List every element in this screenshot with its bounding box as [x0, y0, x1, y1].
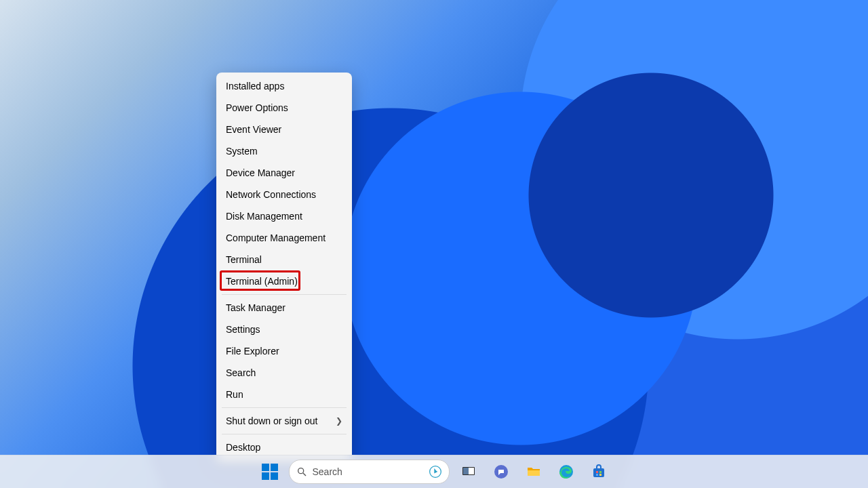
svg-rect-5 — [463, 468, 469, 474]
taskbar-file-explorer[interactable] — [520, 458, 547, 485]
taskbar-task-view[interactable] — [455, 458, 482, 485]
svg-rect-11 — [596, 474, 598, 476]
search-icon — [296, 466, 307, 477]
menu-run[interactable]: Run — [216, 384, 352, 405]
annotation-highlight-box — [220, 270, 300, 291]
menu-item-label: Installed apps — [226, 80, 284, 92]
svg-rect-10 — [599, 471, 601, 473]
taskbar-search[interactable]: Search — [289, 460, 450, 484]
winx-context-menu: Installed apps Power Options Event Viewe… — [216, 73, 352, 461]
svg-point-0 — [298, 468, 303, 474]
windows-logo-icon — [262, 464, 278, 480]
menu-system[interactable]: System — [216, 140, 352, 162]
taskbar-edge[interactable] — [553, 458, 580, 485]
menu-item-label: Run — [226, 388, 243, 401]
edge-icon — [558, 464, 574, 480]
bing-icon — [429, 465, 442, 479]
menu-separator — [222, 407, 347, 408]
menu-shutdown-signout[interactable]: Shut down or sign out ❯ — [216, 410, 352, 432]
menu-computer-management[interactable]: Computer Management — [216, 227, 352, 249]
task-view-icon — [460, 464, 477, 480]
menu-item-label: File Explorer — [226, 345, 279, 357]
desktop-wallpaper: Installed apps Power Options Event Viewe… — [0, 0, 868, 488]
store-icon — [591, 464, 607, 480]
start-button[interactable] — [256, 458, 283, 485]
svg-line-1 — [303, 473, 306, 476]
menu-disk-management[interactable]: Disk Management — [216, 205, 352, 227]
menu-separator — [222, 434, 347, 434]
menu-item-label: Terminal — [226, 253, 262, 266]
menu-search[interactable]: Search — [216, 362, 352, 384]
menu-item-label: Settings — [226, 323, 260, 336]
taskbar-chat[interactable] — [488, 458, 515, 485]
menu-separator — [222, 294, 347, 295]
menu-settings[interactable]: Settings — [216, 319, 352, 340]
menu-item-label: Network Connections — [226, 188, 316, 201]
menu-terminal[interactable]: Terminal — [216, 249, 352, 270]
menu-item-label: Disk Management — [226, 210, 302, 222]
menu-power-options[interactable]: Power Options — [216, 97, 352, 119]
menu-file-explorer[interactable]: File Explorer — [216, 340, 352, 362]
menu-task-manager[interactable]: Task Manager — [216, 297, 352, 319]
svg-rect-8 — [593, 468, 604, 477]
chat-icon — [493, 464, 509, 480]
menu-item-label: Event Viewer — [226, 123, 281, 136]
svg-rect-12 — [599, 474, 601, 476]
menu-item-label: Computer Management — [226, 232, 326, 244]
menu-item-label: Desktop — [226, 441, 260, 453]
svg-rect-9 — [596, 471, 598, 473]
menu-item-label: Task Manager — [226, 302, 285, 314]
menu-item-label: Shut down or sign out — [226, 415, 317, 427]
taskbar-store[interactable] — [585, 458, 612, 485]
menu-event-viewer[interactable]: Event Viewer — [216, 119, 352, 140]
menu-item-label: Power Options — [226, 102, 288, 114]
menu-item-label: Device Manager — [226, 167, 295, 179]
chevron-right-icon: ❯ — [336, 415, 342, 427]
menu-item-label: System — [226, 145, 258, 157]
folder-icon — [526, 464, 542, 480]
menu-item-label: Search — [226, 367, 256, 379]
menu-installed-apps[interactable]: Installed apps — [216, 75, 352, 97]
menu-device-manager[interactable]: Device Manager — [216, 162, 352, 184]
menu-network-connections[interactable]: Network Connections — [216, 184, 352, 205]
search-placeholder: Search — [313, 466, 342, 477]
taskbar: Search — [0, 455, 868, 488]
